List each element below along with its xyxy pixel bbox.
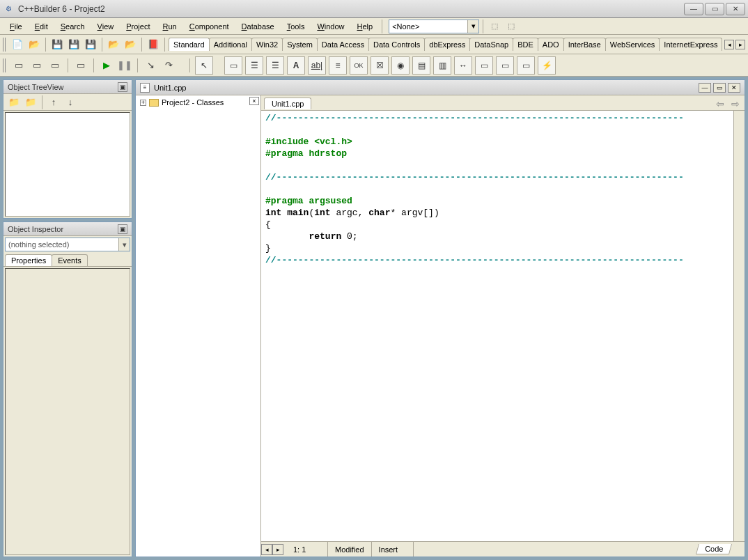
config-combo[interactable]: <None> ▾ (389, 20, 479, 33)
palette-tab-webservices[interactable]: WebServices (605, 38, 660, 51)
toolbar-btn-a[interactable]: ⬚ (487, 20, 502, 33)
toolbar-grip-2[interactable] (3, 59, 7, 72)
hscroll-left[interactable]: ◂ (261, 544, 272, 555)
inspector-tab-events[interactable]: Events (52, 254, 88, 266)
object-treeview-toolbar: 📁 📁 ↑ ↓ (3, 94, 132, 111)
component-frames[interactable]: ▭ (224, 56, 242, 75)
inspector-body[interactable] (5, 268, 130, 555)
inspector-tab-properties[interactable]: Properties (5, 254, 52, 266)
palette-scroll-left[interactable]: ◂ (724, 40, 734, 49)
open-button[interactable]: 📂 (26, 37, 42, 52)
component-groupbox[interactable]: ▭ (475, 56, 493, 75)
tree-expand-icon[interactable]: + (140, 100, 146, 106)
status-cursor-pos: 1: 1 (286, 542, 328, 557)
menu-run[interactable]: Run (157, 20, 182, 33)
menu-tools[interactable]: Tools (281, 20, 311, 33)
save-all-button[interactable]: 💾 (66, 37, 81, 52)
menu-search[interactable]: Search (55, 20, 91, 33)
palette-tab-internetexpress[interactable]: InternetExpress (659, 38, 722, 51)
open-project-button[interactable]: 📂 (106, 37, 121, 52)
menu-view[interactable]: View (92, 20, 120, 33)
pause-button[interactable]: ❚❚ (117, 58, 132, 73)
nav-back-button[interactable]: ⇦ (714, 98, 726, 109)
pin-icon[interactable]: ▣ (118, 224, 127, 234)
editor-minimize-button[interactable]: — (699, 83, 711, 93)
palette-tab-win32[interactable]: Win32 (251, 38, 283, 51)
treeview-up-button[interactable]: ↑ (46, 95, 61, 110)
hscroll-right[interactable]: ▸ (272, 544, 283, 555)
component-panel[interactable]: ▭ (517, 56, 535, 75)
inspector-object-combo[interactable]: (nothing selected) ▾ (5, 238, 130, 251)
code-editor[interactable]: //--------------------------------------… (261, 111, 733, 541)
status-spacer (414, 542, 697, 557)
class-explorer-close[interactable]: × (249, 97, 259, 105)
new-form-button[interactable]: ▭ (73, 58, 88, 73)
component-actionlist[interactable]: ⚡ (538, 56, 556, 75)
palette-tab-datasnap[interactable]: DataSnap (469, 38, 513, 51)
toolbar-grip[interactable] (3, 38, 7, 52)
component-combobox[interactable]: ▥ (433, 56, 451, 75)
new-button[interactable]: 📄 (10, 37, 25, 52)
pin-icon[interactable]: ▣ (118, 82, 127, 92)
class-explorer[interactable]: × + Project2 - Classes (136, 95, 261, 557)
menu-file[interactable]: File (4, 20, 28, 33)
palette-tab-datacontrols[interactable]: Data Controls (368, 38, 425, 51)
tree-node-root[interactable]: + Project2 - Classes (136, 95, 260, 109)
palette-tab-interbase[interactable]: InterBase (563, 38, 606, 51)
palette-tab-standard[interactable]: Standard (169, 38, 210, 51)
step-over-button[interactable]: ↷ (161, 58, 176, 73)
component-radiogroup[interactable]: ▭ (496, 56, 514, 75)
save-project-button[interactable]: 💾 (83, 37, 98, 52)
object-inspector-title-text: Object Inspector (8, 225, 63, 233)
help-button[interactable]: 📕 (146, 37, 161, 52)
view-unit-button[interactable]: ▭ (29, 58, 45, 73)
treeview-down-button[interactable]: ↓ (63, 95, 78, 110)
menu-project[interactable]: Project (120, 20, 155, 33)
component-label[interactable]: A (287, 56, 305, 75)
menu-database[interactable]: Database (236, 20, 280, 33)
add-to-project-button[interactable]: 📂 (123, 37, 138, 52)
run-button[interactable]: ▶ (99, 58, 114, 73)
component-memo[interactable]: ≡ (329, 56, 347, 75)
code-tab-unit1[interactable]: Unit1.cpp (264, 98, 311, 109)
component-edit[interactable]: ab| (308, 56, 326, 75)
editor-titlebar: ≡ Unit1.cpp — ▭ ✕ (136, 80, 745, 95)
palette-tab-system[interactable]: System (282, 38, 318, 51)
component-button[interactable]: OK (350, 56, 368, 75)
component-checkbox[interactable]: ☒ (371, 56, 389, 75)
toggle-form-unit-button[interactable]: ▭ (47, 58, 63, 73)
minimize-button[interactable]: — (684, 3, 703, 15)
maximize-button[interactable]: ▭ (705, 3, 724, 15)
right-area: ≡ Unit1.cpp — ▭ ✕ × + Project2 - Classes (135, 79, 745, 557)
palette-tab-dbexpress[interactable]: dbExpress (424, 38, 470, 51)
object-inspector-title: Object Inspector ▣ (3, 222, 132, 236)
nav-forward-button[interactable]: ⇨ (729, 98, 742, 109)
component-radiobutton[interactable]: ◉ (391, 56, 410, 75)
save-button[interactable]: 💾 (49, 37, 65, 52)
menu-help[interactable]: Help (352, 20, 379, 33)
component-mainmenu[interactable]: ☰ (245, 56, 263, 75)
close-button[interactable]: ✕ (726, 3, 745, 15)
palette-tab-ado[interactable]: ADO (538, 38, 564, 51)
editor-close-button[interactable]: ✕ (728, 83, 740, 93)
component-scrollbar[interactable]: ↔ (454, 56, 472, 75)
trace-into-button[interactable]: ↘ (143, 58, 158, 73)
toolbar-btn-b[interactable]: ⬚ (504, 20, 519, 33)
palette-tab-bde[interactable]: BDE (513, 38, 538, 51)
view-tab-code[interactable]: Code (696, 544, 732, 554)
component-popupmenu[interactable]: ☰ (266, 56, 284, 75)
vertical-scrollbar[interactable] (733, 111, 745, 541)
component-listbox[interactable]: ▤ (412, 56, 430, 75)
palette-tab-dataaccess[interactable]: Data Access (317, 38, 369, 51)
palette-scroll-right[interactable]: ▸ (735, 40, 745, 49)
view-form-button[interactable]: ▭ (11, 58, 26, 73)
treeview-btn-2[interactable]: 📁 (23, 95, 38, 110)
menu-window[interactable]: Window (311, 20, 350, 33)
menu-edit[interactable]: Edit (29, 20, 54, 33)
palette-tab-additional[interactable]: Additional (209, 38, 252, 51)
object-treeview-body[interactable] (5, 112, 130, 217)
menu-component[interactable]: Component (184, 20, 235, 33)
component-pointer[interactable]: ↖ (195, 56, 213, 75)
editor-maximize-button[interactable]: ▭ (713, 83, 726, 93)
treeview-btn-1[interactable]: 📁 (6, 95, 22, 110)
